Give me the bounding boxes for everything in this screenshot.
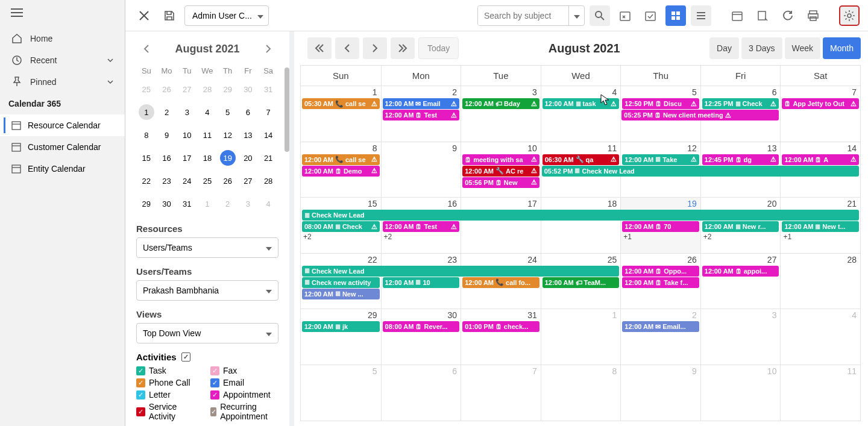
users-select[interactable]: Prakash Bambhania	[136, 280, 278, 301]
mini-day[interactable]: 29	[136, 192, 157, 215]
mini-day[interactable]: 8	[136, 124, 157, 146]
event[interactable]: 12:00 AM ≣ New r...	[702, 221, 779, 232]
view-day[interactable]: Day	[709, 37, 739, 59]
day-cell[interactable]: 11	[780, 365, 860, 421]
day-cell[interactable]: 2612:00 AM 🗓 Oppo...12:00 AM 🗓 Take f...	[620, 254, 700, 309]
day-cell[interactable]: 7🗓 App Jetty to Out⚠	[780, 86, 860, 142]
mini-prev[interactable]	[136, 39, 157, 59]
nav-prev[interactable]	[335, 37, 359, 59]
nav-first[interactable]	[307, 37, 332, 59]
mini-day[interactable]: 26	[157, 78, 177, 101]
event[interactable]: 06:30 AM 🔧 qa⚠	[542, 154, 620, 165]
day-cell[interactable]: 1612:00 AM 🗓 Test⚠+2	[381, 198, 461, 253]
day-cell[interactable]: 212:00 AM ✉ Email...	[620, 309, 700, 365]
activity-email[interactable]: ✓Email	[210, 378, 278, 387]
activity-letter[interactable]: ✓Letter	[136, 390, 204, 399]
day-cell[interactable]: 2012:00 AM ≣ New r...+2	[700, 198, 781, 253]
nav-last[interactable]	[391, 37, 415, 59]
event[interactable]: 12:00 AM ≣ 10	[383, 277, 460, 288]
event[interactable]: 12:00 AM 📞 call fo...	[462, 277, 539, 288]
day-cell[interactable]: 28	[780, 254, 860, 309]
nav-recent[interactable]: Recent	[0, 49, 125, 71]
event[interactable]: 12:00 AM 🗓 Take f...	[622, 277, 699, 288]
day-cell[interactable]: 1508:00 AM ≣ Check⚠+2	[301, 198, 381, 253]
day-cell[interactable]: 18+1	[541, 198, 621, 253]
event[interactable]: 12:00 AM ✉ Email...	[622, 321, 699, 332]
day-cell[interactable]: 2912:00 AM ≣ jk	[301, 309, 381, 365]
mini-day[interactable]: 4	[197, 101, 218, 124]
views-select[interactable]: Top Down View	[136, 323, 278, 343]
day-cell[interactable]: 812:00 AM 📞 call se⚠12:00 AM 🗓 Demo⚠	[301, 142, 381, 198]
mini-day[interactable]: 12	[218, 124, 238, 146]
tab-customer-calendar[interactable]: Customer Calendar	[0, 136, 125, 158]
mini-day[interactable]: 23	[157, 169, 177, 192]
mini-day[interactable]: 10	[177, 124, 197, 146]
event-span[interactable]: 05:52 PM ≣ Check New Lead	[542, 166, 859, 177]
day-cell[interactable]: 10	[700, 365, 781, 421]
day-cell[interactable]: 17+2	[461, 198, 541, 253]
mini-day[interactable]: 20	[238, 146, 259, 169]
mini-day[interactable]: 29	[218, 78, 238, 101]
mini-day[interactable]: 5	[218, 101, 238, 124]
activity-recurring-appointment[interactable]: ✓Recurring Appointment	[210, 402, 278, 421]
more-link[interactable]: +2	[302, 233, 380, 241]
view-3days[interactable]: 3 Days	[741, 37, 782, 59]
settings-icon[interactable]	[839, 5, 860, 26]
activity-appointment[interactable]: ✓Appointment	[210, 390, 278, 399]
mini-day[interactable]: 25	[197, 169, 218, 192]
tab-entity-calendar[interactable]: Entity Calendar	[0, 158, 125, 180]
list-view-button[interactable]	[691, 5, 711, 26]
event[interactable]: 01:00 PM 🗓 check...	[462, 321, 539, 332]
day-cell[interactable]: 8	[541, 365, 621, 421]
mini-day[interactable]: 1	[197, 192, 218, 215]
day-cell[interactable]: 3101:00 PM 🗓 check...	[461, 309, 541, 365]
mini-day[interactable]: 11	[197, 124, 218, 146]
mini-day[interactable]: 14	[258, 124, 278, 146]
day-cell[interactable]: 2512:00 AM 🏷 TeaM...	[541, 254, 621, 309]
user-select[interactable]: Admin User C...	[184, 5, 269, 26]
mini-day[interactable]: 27	[238, 169, 259, 192]
mini-day[interactable]: 28	[258, 169, 278, 192]
event[interactable]: 05:56 PM 🗓 New⚠	[462, 177, 539, 188]
activity-phone-call[interactable]: ✓Phone Call	[136, 378, 204, 387]
mini-day[interactable]: 17	[177, 146, 197, 169]
activity-service-activity[interactable]: ✓Service Activity	[136, 402, 204, 421]
mini-day[interactable]: 25	[136, 78, 157, 101]
grid-view-button[interactable]	[665, 5, 686, 26]
save-icon[interactable]	[159, 5, 180, 26]
view-month[interactable]: Month	[823, 37, 861, 59]
event[interactable]: 12:00 AM 🔧 AC re⚠	[462, 166, 539, 177]
event-span[interactable]: 05:25 PM 🗓 New client meeting⚠	[621, 110, 779, 121]
more-link[interactable]: +2	[383, 233, 460, 241]
scroll-thumb[interactable]	[285, 67, 289, 152]
mini-day[interactable]: 30	[238, 78, 259, 101]
day-cell[interactable]: 9	[381, 142, 461, 198]
day-cell[interactable]: 2312:00 AM ≣ 10	[381, 254, 461, 309]
tab-resource-calendar[interactable]: Resource Calendar	[0, 114, 125, 136]
day-cell[interactable]: 9	[620, 365, 700, 421]
event[interactable]: 12:00 AM ≣ New ...	[302, 289, 380, 299]
event[interactable]: 12:00 AM ≣ task⚠	[542, 98, 620, 109]
mini-day[interactable]: 1	[136, 101, 157, 124]
event[interactable]: 12:00 AM 🗓 Test⚠	[383, 221, 460, 232]
search-box[interactable]	[477, 5, 585, 26]
event[interactable]: 08:00 AM ≣ Check⚠	[302, 221, 380, 232]
mini-day[interactable]: 9	[157, 124, 177, 146]
day-cell[interactable]: 7	[461, 365, 541, 421]
mini-day[interactable]: 4	[258, 192, 278, 215]
activity-task[interactable]: ✓Task	[136, 366, 204, 375]
nav-next[interactable]	[363, 37, 387, 59]
calendar-x-icon[interactable]	[615, 5, 635, 26]
day-cell[interactable]: 1	[541, 309, 621, 365]
day-cell[interactable]: 2112:00 AM ≣ New t...+1	[780, 198, 860, 253]
event[interactable]: 🗓 meeting with sa⚠	[462, 154, 539, 165]
event[interactable]: 12:00 AM 🗓 70	[622, 221, 699, 232]
day-cell[interactable]: 4	[780, 309, 860, 365]
day-cell[interactable]: 3008:00 AM 🗓 Rever...	[381, 309, 461, 365]
event[interactable]: 12:00 AM 🗓 Oppo...	[622, 266, 699, 277]
event[interactable]: 🗓 App Jetty to Out⚠	[782, 98, 859, 109]
nav-home[interactable]: Home	[0, 28, 125, 49]
more-link[interactable]: +1	[782, 233, 859, 241]
menu-toggle[interactable]	[0, 0, 125, 28]
event[interactable]: 12:00 AM ≣ New t...	[782, 221, 859, 232]
